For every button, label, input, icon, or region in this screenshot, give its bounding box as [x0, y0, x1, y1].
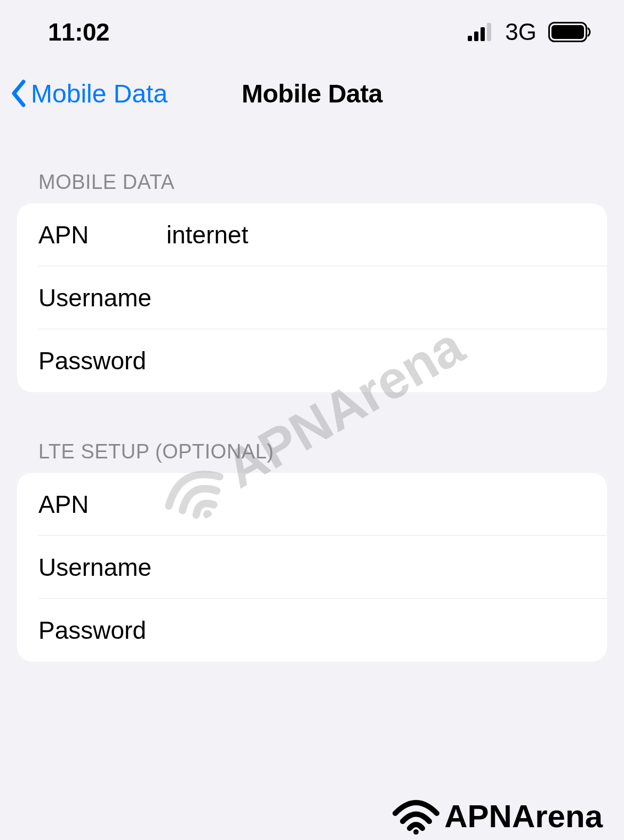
- battery-icon: [548, 22, 592, 42]
- svg-rect-3: [487, 23, 491, 41]
- brand-footer: APNArena: [392, 797, 603, 835]
- svg-rect-2: [481, 27, 485, 41]
- cellular-signal-icon: [468, 23, 497, 41]
- chevron-left-icon: [11, 80, 27, 107]
- section-header-lte-setup: LTE SETUP (OPTIONAL): [17, 392, 607, 473]
- status-right: 3G: [468, 19, 592, 45]
- wifi-icon: [392, 797, 440, 835]
- section-header-mobile-data: MOBILE DATA: [17, 123, 607, 203]
- label-password: Password: [38, 346, 166, 375]
- back-button[interactable]: Mobile Data: [11, 79, 167, 108]
- svg-rect-1: [474, 31, 478, 41]
- brand-text: APNArena: [444, 798, 603, 835]
- page-title: Mobile Data: [242, 79, 382, 108]
- svg-rect-0: [468, 36, 472, 41]
- status-time: 11:02: [48, 18, 109, 46]
- settings-group-lte-setup: APN Username Password: [17, 473, 607, 662]
- input-lte-username[interactable]: [166, 553, 586, 582]
- row-lte-apn[interactable]: APN: [17, 473, 607, 536]
- label-lte-apn: APN: [38, 490, 166, 519]
- label-lte-username: Username: [38, 553, 166, 582]
- label-lte-password: Password: [38, 616, 166, 645]
- label-apn: APN: [38, 220, 166, 249]
- content-area: MOBILE DATA APN Username Password LTE SE…: [0, 123, 624, 662]
- input-password[interactable]: [166, 346, 586, 375]
- svg-point-7: [413, 829, 419, 835]
- row-lte-username[interactable]: Username: [17, 536, 607, 599]
- status-bar: 11:02 3G: [0, 0, 624, 64]
- input-lte-apn[interactable]: [166, 490, 586, 519]
- svg-rect-5: [551, 25, 584, 39]
- back-label: Mobile Data: [31, 79, 167, 108]
- navigation-bar: Mobile Data Mobile Data: [0, 64, 624, 123]
- settings-group-mobile-data: APN Username Password: [17, 203, 607, 392]
- label-username: Username: [38, 283, 166, 312]
- input-apn[interactable]: [166, 220, 586, 249]
- row-password[interactable]: Password: [17, 329, 607, 392]
- input-username[interactable]: [166, 283, 586, 312]
- row-username[interactable]: Username: [17, 266, 607, 329]
- network-type-label: 3G: [505, 19, 537, 45]
- input-lte-password[interactable]: [166, 616, 586, 645]
- row-apn[interactable]: APN: [17, 203, 607, 266]
- row-lte-password[interactable]: Password: [17, 599, 607, 662]
